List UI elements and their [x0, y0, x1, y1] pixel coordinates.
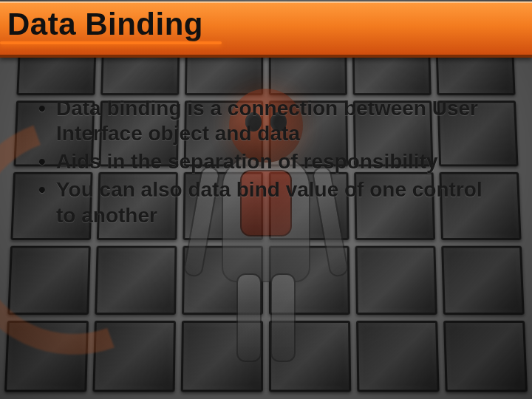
title-bar: Data Binding — [0, 1, 532, 58]
bullet-item: You can also data bind value of one cont… — [35, 177, 488, 228]
bullet-list: Data binding is a connection between Use… — [35, 96, 488, 228]
slide-title: Data Binding — [7, 7, 203, 42]
title-underline — [0, 41, 222, 44]
slide-body: Data binding is a connection between Use… — [35, 96, 488, 231]
bullet-item: Data binding is a connection between Use… — [35, 96, 488, 146]
slide: Data Binding Data binding is a connectio… — [0, 0, 532, 399]
bullet-item: Aids in the separation of responsibility — [35, 149, 488, 174]
